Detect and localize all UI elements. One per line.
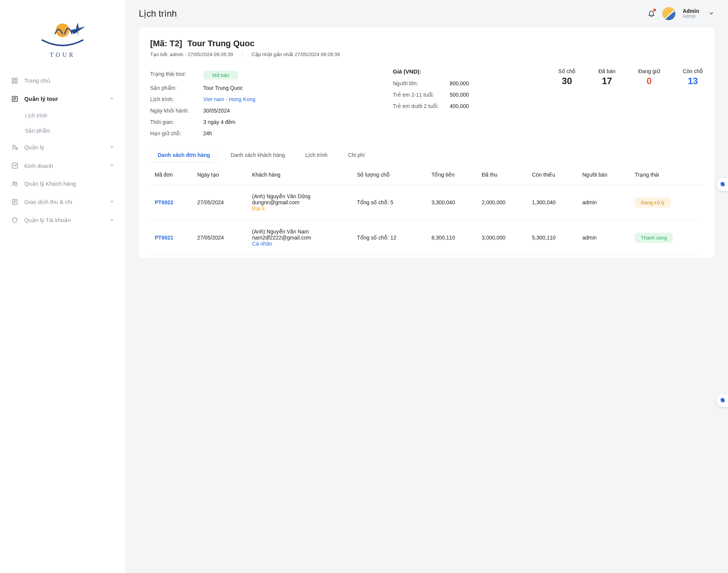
value-adult: 800,000 [450, 80, 469, 86]
cell-seller: admin [578, 220, 631, 255]
user-role: Admin [682, 14, 699, 19]
cell-created: 27/05/2024 [193, 185, 248, 220]
cell-total: 8,300,110 [427, 220, 477, 255]
cell-created: 27/05/2024 [193, 220, 248, 255]
tab-schedule[interactable]: Lịch trình [298, 148, 335, 162]
avatar[interactable] [662, 7, 676, 20]
created-by: Tạo bởi: admin - 27/05/2024 09:26:39 [150, 52, 233, 57]
list-icon [11, 96, 19, 102]
label-child: Trẻ em 2-11 tuổi: [393, 92, 450, 98]
divider [242, 51, 242, 58]
status-badge: Thành công [635, 233, 673, 243]
th-total: Tổng tiền [427, 165, 477, 185]
status-badge: Mở bán [203, 71, 238, 80]
table-row[interactable]: PT692227/05/2024(Anh) Nguyễn Văn Dũngdun… [150, 185, 703, 220]
nav-business-label: Kinh doanh [24, 163, 53, 169]
th-status: Trạng thái [630, 165, 703, 185]
nav-schedule[interactable]: Lịch trình [25, 108, 117, 123]
nav-transactions[interactable]: Giao dịch thu & chi [8, 193, 117, 211]
notification-dot-icon [653, 9, 656, 11]
stat-sold: 17 [598, 76, 615, 86]
tab-cost[interactable]: Chi phí [340, 148, 372, 162]
th-customer: Khách hàng [248, 165, 352, 185]
nav-management-label: Quản lý [24, 144, 44, 151]
logo-text: TOUR [0, 52, 125, 58]
stat-remain: 13 [683, 76, 703, 86]
cell-seats: Tổng số chỗ: 12 [352, 220, 427, 255]
nav-customer-mgmt[interactable]: Quản lý Khách hàng [8, 175, 117, 193]
user-cog-icon [11, 144, 19, 151]
tour-code: [Mã: T2] [150, 39, 182, 49]
th-seller: Người bán [578, 165, 631, 185]
label-hold: Hạn giữ chỗ: [150, 130, 203, 136]
svg-point-13 [16, 182, 17, 184]
stat-sold-label: Đã bán [598, 68, 615, 74]
chart-icon [11, 162, 19, 169]
nav-home-label: Trang chủ [24, 77, 50, 84]
cell-seller: admin [578, 185, 631, 220]
tabs: Danh sách đơn hàng Danh sách khách hàng … [150, 148, 703, 162]
svg-point-10 [16, 148, 17, 150]
value-product: Tour Trung Quoc [203, 85, 243, 91]
cell-total: 3,300,040 [427, 185, 477, 220]
stat-holding: 0 [638, 76, 660, 86]
nav-home[interactable]: Trang chủ [8, 72, 117, 90]
nav-management[interactable]: Quản lý [8, 138, 117, 157]
topbar: Lịch trình Admin Admin [125, 0, 728, 27]
svg-rect-2 [16, 78, 17, 80]
th-remaining: Còn thiếu [527, 165, 578, 185]
label-adult: Người lớn: [393, 80, 450, 86]
th-code: Mã đơn [150, 165, 193, 185]
nav-transactions-label: Giao dịch thu & chi [24, 199, 72, 205]
float-widget-2[interactable] [717, 394, 728, 407]
stat-remain-label: Còn chỗ [683, 68, 703, 74]
nav-tour-mgmt-label: Quản lý tour [24, 96, 58, 102]
detail-card: [Mã: T2] Tour Trung Quoc Tạo bởi: admin … [139, 27, 714, 258]
tab-customers[interactable]: Danh sách khách hàng [223, 148, 292, 162]
nav-tour-mgmt[interactable]: Quản lý tour [8, 90, 117, 108]
float-widget-1[interactable] [717, 178, 728, 191]
cell-paid: 2,000,000 [477, 185, 527, 220]
stat-seats: 30 [558, 76, 576, 86]
chevron-down-icon [109, 217, 115, 224]
svg-point-4 [16, 81, 17, 83]
svg-rect-1 [12, 78, 14, 80]
value-duration: 3 ngày 4 đêm [203, 119, 235, 125]
table-row[interactable]: PT692127/05/2024(Anh) Nguyễn Văn Namnam2… [150, 220, 703, 255]
value-itinerary[interactable]: Viet nam - Hong Kong [203, 96, 256, 102]
order-code-link[interactable]: PT6922 [155, 199, 173, 205]
label-baby: Trẻ em dưới 2 tuổi: [393, 103, 450, 109]
th-paid: Đã thu [477, 165, 527, 185]
updated-at: Cập nhật gần nhất 27/05/2024 09:26:39 [251, 52, 340, 57]
nav-account-mgmt-label: Quản lý Tài khoản [24, 217, 71, 224]
chevron-down-icon [109, 199, 115, 205]
chevron-up-icon [109, 96, 115, 102]
value-hold: 24h [203, 130, 212, 136]
th-created: Ngày tạo [193, 165, 248, 185]
logo: TOUR [0, 6, 125, 72]
cell-customer: (Anh) Nguyễn Văn Dũngdungnn@gmail.comĐại… [248, 185, 352, 220]
cell-status: Đang xử lý [630, 185, 703, 220]
nav-account-mgmt[interactable]: Quản lý Tài khoản [8, 211, 117, 229]
orders-table: Mã đơn Ngày tạo Khách hàng Số lượng chỗ … [150, 165, 703, 255]
grid-icon [11, 77, 19, 84]
label-status: Trạng thái tour: [150, 71, 203, 80]
user-menu[interactable]: Admin Admin [682, 8, 699, 19]
notifications-button[interactable] [648, 9, 655, 18]
shield-icon [11, 217, 19, 224]
chevron-down-icon [109, 163, 115, 169]
cell-remaining: 5,300,110 [527, 220, 578, 255]
chevron-down-icon [109, 144, 115, 151]
nav-product[interactable]: Sản phẩm [25, 123, 117, 138]
cell-seats: Tổng số chỗ: 5 [352, 185, 427, 220]
label-duration: Thời gian: [150, 119, 203, 125]
users-icon [11, 180, 19, 187]
order-code-link[interactable]: PT6921 [155, 235, 173, 241]
status-badge: Đang xử lý [635, 197, 670, 208]
svg-rect-3 [12, 81, 14, 83]
nav-business[interactable]: Kinh doanh [8, 157, 117, 175]
label-depart: Ngày khởi hành: [150, 108, 203, 114]
cell-remaining: 1,300,040 [527, 185, 578, 220]
cell-customer: (Anh) Nguyễn Văn Namnam2df2222@gmail.com… [248, 220, 352, 255]
tab-orders[interactable]: Danh sách đơn hàng [150, 148, 218, 162]
